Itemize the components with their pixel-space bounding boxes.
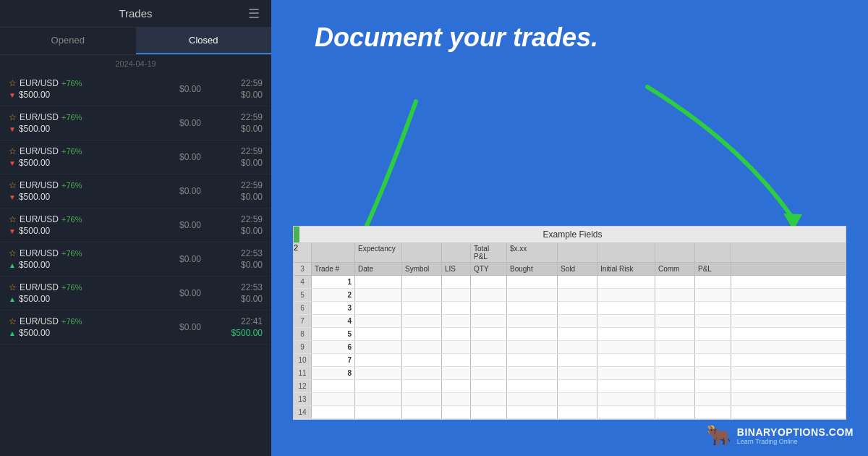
- cell-symbol[interactable]: [402, 341, 442, 353]
- cell-lis[interactable]: [442, 315, 471, 327]
- cell-empty[interactable]: [558, 393, 597, 405]
- cell-trade-num[interactable]: 6: [312, 341, 355, 353]
- cell-risk[interactable]: [597, 276, 655, 288]
- trade-item[interactable]: ☆ EUR/USD +76% ▲ $500.00 $0.00 22:53 $0.…: [0, 242, 271, 276]
- cell-pnl[interactable]: [695, 276, 731, 288]
- cell-qty[interactable]: [471, 276, 507, 288]
- cell-lis[interactable]: [442, 328, 471, 340]
- cell-empty[interactable]: [442, 380, 471, 392]
- cell-sold[interactable]: [558, 315, 597, 327]
- cell-sold[interactable]: [558, 289, 597, 301]
- menu-icon[interactable]: ☰: [248, 6, 260, 22]
- cell-empty[interactable]: [695, 393, 731, 405]
- cell-empty[interactable]: [355, 406, 402, 418]
- trade-item[interactable]: ☆ EUR/USD +76% ▼ $500.00 $0.00 22:59 $0.…: [0, 174, 271, 208]
- cell-date[interactable]: [355, 354, 402, 366]
- cell-bought[interactable]: [507, 354, 558, 366]
- cell-qty[interactable]: [471, 315, 507, 327]
- cell-empty[interactable]: [507, 393, 558, 405]
- cell-bought[interactable]: [507, 341, 558, 353]
- cell-qty[interactable]: [471, 367, 507, 379]
- trade-item[interactable]: ☆ EUR/USD +76% ▲ $500.00 $0.00 22:53 $0.…: [0, 276, 271, 311]
- cell-trade-num[interactable]: 8: [312, 367, 355, 379]
- cell-empty[interactable]: [558, 380, 597, 392]
- cell-empty[interactable]: [355, 380, 402, 392]
- cell-lis[interactable]: [442, 289, 471, 301]
- cell-sold[interactable]: [558, 276, 597, 288]
- cell-symbol[interactable]: [402, 354, 442, 366]
- trade-item[interactable]: ☆ EUR/USD +76% ▼ $500.00 $0.00 22:59 $0.…: [0, 72, 271, 106]
- cell-risk[interactable]: [597, 341, 655, 353]
- cell-empty[interactable]: [655, 406, 695, 418]
- cell-date[interactable]: [355, 367, 402, 379]
- cell-trade-num[interactable]: 7: [312, 354, 355, 366]
- cell-symbol[interactable]: [402, 367, 442, 379]
- cell-empty[interactable]: [355, 393, 402, 405]
- cell-lis[interactable]: [442, 302, 471, 314]
- tab-closed[interactable]: Closed: [136, 28, 272, 54]
- cell-qty[interactable]: [471, 328, 507, 340]
- cell-pnl[interactable]: [695, 289, 731, 301]
- trade-item[interactable]: ☆ EUR/USD +76% ▲ $500.00 $0.00 22:41 $50…: [0, 311, 271, 345]
- cell-empty[interactable]: [312, 393, 355, 405]
- cell-empty[interactable]: [402, 380, 442, 392]
- cell-lis[interactable]: [442, 354, 471, 366]
- cell-lis[interactable]: [442, 341, 471, 353]
- cell-trade-num[interactable]: 4: [312, 315, 355, 327]
- cell-empty[interactable]: [558, 406, 597, 418]
- cell-trade-num[interactable]: 3: [312, 302, 355, 314]
- cell-pnl[interactable]: [695, 341, 731, 353]
- cell-symbol[interactable]: [402, 289, 442, 301]
- tab-opened[interactable]: Opened: [0, 28, 136, 54]
- cell-pnl[interactable]: [695, 302, 731, 314]
- cell-empty[interactable]: [471, 406, 507, 418]
- cell-comm[interactable]: [655, 276, 695, 288]
- cell-comm[interactable]: [655, 315, 695, 327]
- cell-comm[interactable]: [655, 354, 695, 366]
- cell-empty[interactable]: [597, 380, 655, 392]
- cell-pnl[interactable]: [695, 367, 731, 379]
- cell-date[interactable]: [355, 302, 402, 314]
- trade-item[interactable]: ☆ EUR/USD +76% ▼ $500.00 $0.00 22:59 $0.…: [0, 208, 271, 242]
- cell-empty[interactable]: [312, 406, 355, 418]
- cell-qty[interactable]: [471, 341, 507, 353]
- cell-risk[interactable]: [597, 354, 655, 366]
- cell-symbol[interactable]: [402, 276, 442, 288]
- cell-empty[interactable]: [597, 406, 655, 418]
- cell-empty[interactable]: [507, 406, 558, 418]
- cell-bought[interactable]: [507, 367, 558, 379]
- cell-bought[interactable]: [507, 328, 558, 340]
- cell-qty[interactable]: [471, 354, 507, 366]
- cell-risk[interactable]: [597, 328, 655, 340]
- cell-comm[interactable]: [655, 328, 695, 340]
- cell-comm[interactable]: [655, 289, 695, 301]
- cell-risk[interactable]: [597, 302, 655, 314]
- cell-empty[interactable]: [597, 393, 655, 405]
- cell-pnl[interactable]: [695, 328, 731, 340]
- cell-empty[interactable]: [471, 393, 507, 405]
- cell-bought[interactable]: [507, 276, 558, 288]
- cell-comm[interactable]: [655, 341, 695, 353]
- cell-pnl[interactable]: [695, 315, 731, 327]
- cell-risk[interactable]: [597, 315, 655, 327]
- cell-bought[interactable]: [507, 289, 558, 301]
- cell-empty[interactable]: [402, 406, 442, 418]
- cell-comm[interactable]: [655, 302, 695, 314]
- cell-date[interactable]: [355, 276, 402, 288]
- cell-bought[interactable]: [507, 315, 558, 327]
- cell-symbol[interactable]: [402, 328, 442, 340]
- cell-symbol[interactable]: [402, 302, 442, 314]
- cell-pnl[interactable]: [695, 354, 731, 366]
- cell-empty[interactable]: [695, 380, 731, 392]
- cell-qty[interactable]: [471, 302, 507, 314]
- cell-sold[interactable]: [558, 328, 597, 340]
- cell-empty[interactable]: [695, 406, 731, 418]
- cell-lis[interactable]: [442, 276, 471, 288]
- cell-empty[interactable]: [442, 393, 471, 405]
- cell-empty[interactable]: [312, 380, 355, 392]
- cell-risk[interactable]: [597, 289, 655, 301]
- cell-empty[interactable]: [442, 406, 471, 418]
- cell-qty[interactable]: [471, 289, 507, 301]
- cell-empty[interactable]: [402, 393, 442, 405]
- cell-sold[interactable]: [558, 367, 597, 379]
